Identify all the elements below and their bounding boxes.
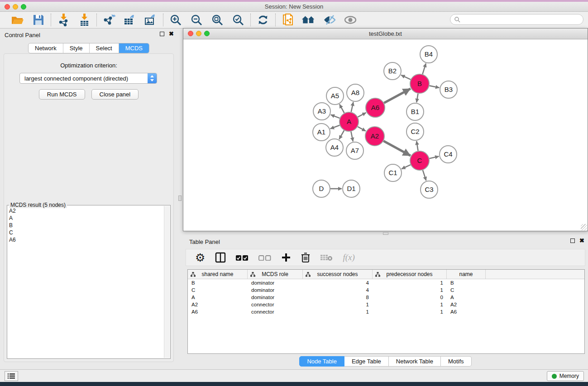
column-header-predecessor-nodes[interactable]: predecessor nodes	[373, 270, 447, 279]
mcds-result-scrollbar[interactable]	[164, 206, 170, 358]
cell-name[interactable]: A2	[447, 302, 486, 307]
cell-mcds-role[interactable]: connector	[248, 302, 303, 307]
edge-B-B3[interactable]	[430, 86, 440, 87]
node-A2[interactable]: A2	[365, 127, 384, 146]
mcds-result-item[interactable]: A2	[9, 207, 163, 214]
import-table-icon[interactable]	[77, 13, 91, 27]
refresh-icon[interactable]	[256, 13, 270, 27]
table-row[interactable]: Bdominator41B	[188, 279, 584, 286]
memory-button[interactable]: Memory	[547, 371, 584, 381]
edge-B-B2[interactable]	[401, 75, 411, 80]
mcds-result-list[interactable]: A2ABCA6	[8, 207, 163, 357]
export-network-icon[interactable]	[102, 13, 116, 27]
cell-mcds-role[interactable]: dominator	[248, 295, 303, 300]
edge-C-C2[interactable]	[416, 141, 418, 151]
cell-successor-nodes[interactable]: 1	[303, 309, 373, 315]
hide-panel-eye-icon[interactable]	[322, 13, 337, 27]
cell-predecessor-nodes[interactable]: 0	[373, 295, 447, 300]
edge-B-B4[interactable]	[422, 63, 425, 74]
vertical-splitter-handle[interactable]	[178, 195, 182, 201]
edge-C-C1[interactable]	[402, 165, 411, 169]
tab-network-table[interactable]: Network Table	[389, 356, 441, 367]
node-D[interactable]: D	[313, 180, 330, 197]
delete-column-icon[interactable]	[301, 251, 310, 264]
float-table-panel-icon[interactable]	[570, 238, 575, 243]
node-C2[interactable]: C2	[406, 123, 424, 140]
cell-name[interactable]: A	[447, 295, 486, 300]
node-B3[interactable]: B3	[440, 81, 457, 98]
node-A1[interactable]: A1	[313, 124, 330, 141]
close-table-panel-icon[interactable]: ✖	[579, 238, 584, 243]
edge-A-A1[interactable]	[330, 125, 340, 129]
edge-A2-C[interactable]	[383, 141, 410, 156]
tab-edge-table[interactable]: Edge Table	[344, 356, 389, 367]
mcds-result-item[interactable]: C	[9, 229, 163, 236]
clone-network-icon[interactable]	[281, 13, 295, 27]
select-all-columns-icon[interactable]	[236, 251, 249, 264]
cell-shared-name[interactable]: B	[188, 280, 248, 286]
node-C1[interactable]: C1	[384, 164, 402, 181]
edge-A-A3[interactable]	[331, 115, 340, 119]
cell-successor-nodes[interactable]: 8	[303, 295, 373, 300]
column-header-mcds-role[interactable]: MCDS role	[248, 270, 303, 279]
cell-successor-nodes[interactable]: 4	[303, 280, 373, 286]
tab-node-table[interactable]: Node Table	[299, 356, 344, 367]
close-panel-button[interactable]: Close panel	[91, 89, 139, 100]
edge-A-A6[interactable]	[358, 113, 366, 117]
cell-mcds-role[interactable]: dominator	[248, 287, 303, 293]
tab-style[interactable]: Style	[63, 43, 89, 53]
node-A3[interactable]: A3	[313, 103, 330, 120]
cell-mcds-role[interactable]: connector	[248, 309, 303, 315]
zoom-out-icon[interactable]	[189, 13, 204, 27]
node-C4[interactable]: C4	[440, 146, 457, 163]
edge-C-C4[interactable]	[429, 157, 439, 159]
node-B[interactable]: B	[410, 74, 429, 93]
network-canvas[interactable]: B4B2BB3A8A5A6B1A3AA1C2A2A4A7C4CC1C3DD1	[183, 39, 588, 231]
deselect-all-columns-icon[interactable]	[258, 251, 271, 264]
cell-name[interactable]: B	[447, 280, 486, 286]
split-columns-icon[interactable]	[215, 251, 226, 264]
mcds-result-item[interactable]: B	[9, 222, 163, 229]
node-C3[interactable]: C3	[421, 181, 438, 198]
node-A[interactable]: A	[339, 112, 359, 131]
zoom-in-icon[interactable]	[168, 13, 183, 27]
node-C[interactable]: C	[410, 151, 429, 170]
node-A7[interactable]: A7	[346, 142, 363, 159]
edge-A-A2[interactable]	[358, 127, 366, 131]
search-input[interactable]	[450, 14, 583, 25]
cell-name[interactable]: A6	[447, 309, 486, 315]
table-row[interactable]: Adominator80A	[188, 294, 584, 301]
float-panel-icon[interactable]	[160, 32, 164, 36]
add-column-icon[interactable]	[281, 251, 291, 264]
node-A8[interactable]: A8	[347, 84, 364, 101]
table-row[interactable]: A6connector11A6	[188, 308, 584, 315]
function-builder-icon[interactable]: f(x)	[343, 251, 354, 264]
show-eye-icon[interactable]	[343, 13, 358, 27]
cell-predecessor-nodes[interactable]: 1	[373, 280, 447, 286]
zoom-selected-icon[interactable]	[231, 13, 245, 27]
node-B4[interactable]: B4	[420, 46, 437, 63]
home-icon[interactable]	[301, 13, 316, 27]
cell-shared-name[interactable]: A	[188, 295, 248, 300]
export-image-icon[interactable]	[143, 13, 158, 27]
cell-successor-nodes[interactable]: 1	[303, 302, 373, 307]
cell-predecessor-nodes[interactable]: 1	[373, 302, 447, 307]
network-window-titlebar[interactable]: testGlobe.txt	[183, 29, 588, 39]
edge-A-A8[interactable]	[351, 102, 354, 112]
edge-A-A4[interactable]	[339, 130, 344, 139]
table-row[interactable]: A2connector11A2	[188, 301, 584, 308]
column-header-name[interactable]: name	[447, 270, 486, 279]
open-file-icon[interactable]	[10, 13, 25, 27]
export-table-icon[interactable]	[123, 13, 137, 27]
node-table[interactable]: shared nameMCDS rolesuccessor nodesprede…	[187, 269, 585, 354]
cell-shared-name[interactable]: A6	[188, 309, 248, 315]
import-network-icon[interactable]	[56, 13, 71, 27]
delete-table-icon[interactable]	[320, 251, 333, 264]
edge-A-A7[interactable]	[351, 132, 353, 142]
cell-name[interactable]: C	[447, 287, 486, 293]
table-settings-icon[interactable]: ⚙	[195, 251, 205, 264]
cell-mcds-role[interactable]: dominator	[248, 280, 303, 286]
run-mcds-button[interactable]: Run MCDS	[39, 89, 85, 100]
node-B1[interactable]: B1	[406, 103, 424, 120]
node-A4[interactable]: A4	[326, 139, 343, 156]
